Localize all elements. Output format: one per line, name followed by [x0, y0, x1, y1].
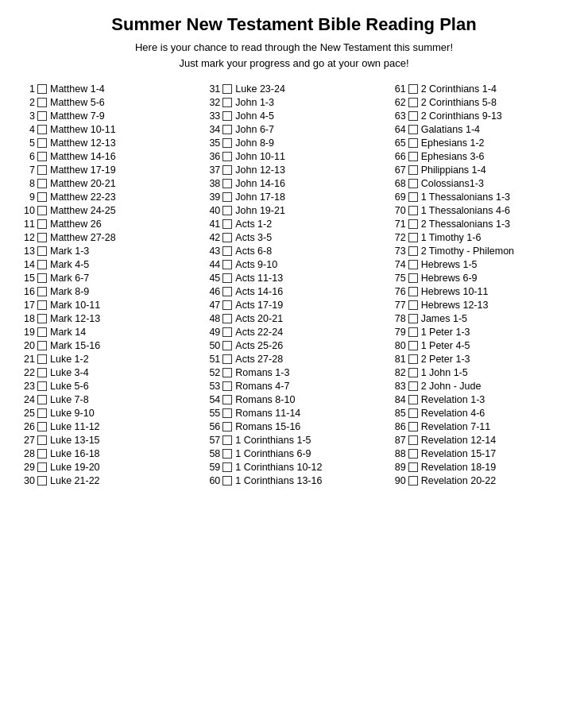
item-checkbox[interactable] — [408, 98, 418, 107]
item-checkbox[interactable] — [37, 408, 47, 418]
item-checkbox[interactable] — [37, 179, 47, 188]
item-checkbox[interactable] — [222, 192, 232, 202]
item-checkbox[interactable] — [37, 327, 47, 337]
item-checkbox[interactable] — [37, 246, 47, 256]
item-checkbox[interactable] — [408, 300, 418, 310]
item-checkbox[interactable] — [222, 476, 232, 486]
item-checkbox[interactable] — [408, 246, 418, 256]
item-checkbox[interactable] — [222, 219, 232, 229]
item-checkbox[interactable] — [408, 165, 418, 175]
item-checkbox[interactable] — [37, 287, 47, 296]
item-checkbox[interactable] — [222, 125, 232, 134]
item-checkbox[interactable] — [222, 435, 232, 445]
item-checkbox[interactable] — [37, 300, 47, 310]
item-number: 41 — [203, 219, 220, 230]
item-checkbox[interactable] — [37, 314, 47, 323]
item-checkbox[interactable] — [37, 138, 47, 148]
item-checkbox[interactable] — [222, 111, 232, 121]
item-checkbox[interactable] — [37, 206, 47, 215]
item-checkbox[interactable] — [408, 381, 418, 391]
item-number: 45 — [203, 273, 220, 284]
item-checkbox[interactable] — [37, 381, 47, 391]
item-checkbox[interactable] — [37, 354, 47, 364]
item-number: 70 — [389, 205, 406, 216]
item-checkbox[interactable] — [37, 192, 47, 202]
item-checkbox[interactable] — [222, 287, 232, 296]
item-checkbox[interactable] — [222, 327, 232, 337]
item-checkbox[interactable] — [408, 192, 418, 202]
item-checkbox[interactable] — [408, 138, 418, 148]
item-checkbox[interactable] — [408, 449, 418, 459]
item-checkbox[interactable] — [37, 435, 47, 445]
item-checkbox[interactable] — [408, 435, 418, 445]
item-checkbox[interactable] — [408, 152, 418, 161]
item-number: 61 — [389, 83, 406, 95]
item-checkbox[interactable] — [408, 233, 418, 242]
item-checkbox[interactable] — [222, 462, 232, 472]
item-checkbox[interactable] — [222, 408, 232, 418]
item-checkbox[interactable] — [37, 111, 47, 121]
item-checkbox[interactable] — [222, 233, 232, 242]
item-label: Matthew 12-13 — [50, 137, 116, 149]
item-checkbox[interactable] — [408, 179, 418, 188]
item-checkbox[interactable] — [37, 449, 47, 459]
item-checkbox[interactable] — [408, 273, 418, 283]
item-checkbox[interactable] — [37, 462, 47, 472]
item-checkbox[interactable] — [222, 179, 232, 188]
item-checkbox[interactable] — [222, 300, 232, 310]
item-checkbox[interactable] — [222, 246, 232, 256]
item-checkbox[interactable] — [222, 422, 232, 431]
item-checkbox[interactable] — [37, 395, 47, 404]
item-checkbox[interactable] — [37, 152, 47, 161]
item-checkbox[interactable] — [37, 368, 47, 377]
item-checkbox[interactable] — [408, 395, 418, 404]
item-checkbox[interactable] — [408, 476, 418, 486]
item-number: 81 — [389, 354, 406, 365]
list-item: 30Luke 21-22 — [16, 474, 201, 487]
item-checkbox[interactable] — [37, 273, 47, 283]
item-checkbox[interactable] — [408, 354, 418, 364]
item-checkbox[interactable] — [408, 84, 418, 94]
item-checkbox[interactable] — [222, 395, 232, 404]
item-checkbox[interactable] — [222, 381, 232, 391]
item-number: 11 — [17, 219, 35, 230]
item-checkbox[interactable] — [222, 341, 232, 350]
item-checkbox[interactable] — [222, 84, 232, 94]
item-checkbox[interactable] — [408, 327, 418, 337]
item-checkbox[interactable] — [37, 84, 47, 94]
item-checkbox[interactable] — [222, 273, 232, 283]
item-checkbox[interactable] — [222, 138, 232, 148]
item-checkbox[interactable] — [408, 341, 418, 350]
item-checkbox[interactable] — [222, 206, 232, 215]
item-checkbox[interactable] — [37, 260, 47, 269]
item-checkbox[interactable] — [37, 125, 47, 134]
item-checkbox[interactable] — [408, 125, 418, 134]
item-checkbox[interactable] — [222, 98, 232, 107]
item-checkbox[interactable] — [222, 314, 232, 323]
item-number: 43 — [203, 246, 220, 257]
item-checkbox[interactable] — [222, 165, 232, 175]
item-checkbox[interactable] — [222, 368, 232, 377]
item-checkbox[interactable] — [408, 287, 418, 296]
item-checkbox[interactable] — [37, 422, 47, 431]
item-checkbox[interactable] — [408, 422, 418, 431]
item-checkbox[interactable] — [408, 368, 418, 377]
item-checkbox[interactable] — [222, 260, 232, 269]
item-checkbox[interactable] — [408, 462, 418, 472]
item-checkbox[interactable] — [37, 165, 47, 175]
item-checkbox[interactable] — [408, 206, 418, 215]
item-checkbox[interactable] — [37, 233, 47, 242]
item-checkbox[interactable] — [408, 314, 418, 323]
item-checkbox[interactable] — [408, 111, 418, 121]
item-checkbox[interactable] — [408, 219, 418, 229]
item-checkbox[interactable] — [222, 449, 232, 459]
item-checkbox[interactable] — [37, 98, 47, 107]
item-checkbox[interactable] — [37, 341, 47, 350]
item-checkbox[interactable] — [222, 354, 232, 364]
item-checkbox[interactable] — [408, 408, 418, 418]
item-checkbox[interactable] — [222, 152, 232, 161]
item-number: 2 — [17, 97, 35, 108]
item-checkbox[interactable] — [408, 260, 418, 269]
item-checkbox[interactable] — [37, 476, 47, 486]
item-checkbox[interactable] — [37, 219, 47, 229]
